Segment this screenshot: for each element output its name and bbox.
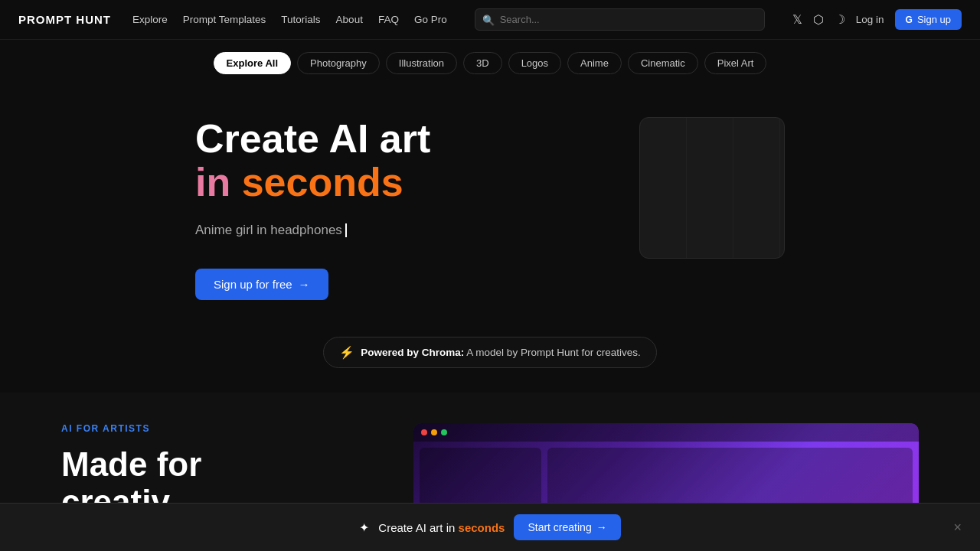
nav-explore[interactable]: Explore <box>132 14 168 25</box>
cat-photography[interactable]: Photography <box>297 52 380 74</box>
bolt-icon: ⚡ <box>339 345 354 360</box>
hero-title-line1: Create AI art <box>195 117 593 161</box>
text-cursor <box>345 223 347 237</box>
hero-seconds-text: seconds <box>242 160 403 204</box>
twitter-icon[interactable]: 𝕏 <box>792 12 802 27</box>
nav-tutorials[interactable]: Tutorials <box>281 14 320 25</box>
search-icon: 🔍 <box>482 14 495 25</box>
powered-bold: Powered by Chroma: <box>361 347 464 358</box>
title-line1: Made for <box>61 446 368 483</box>
login-button[interactable]: Log in <box>856 14 884 25</box>
cat-logos[interactable]: Logos <box>508 52 561 74</box>
main-panel <box>547 448 913 509</box>
cat-illustration[interactable]: Illustration <box>386 52 457 74</box>
hero-cta: Sign up for free → <box>195 269 593 300</box>
nav-gopro[interactable]: Go Pro <box>414 14 447 25</box>
cat-pixel-art[interactable]: Pixel Art <box>704 52 767 74</box>
hero-section: Create AI art in seconds Anime girl in h… <box>0 80 980 331</box>
toast-close-button[interactable]: × <box>953 520 962 536</box>
cat-anime[interactable]: Anime <box>567 52 622 74</box>
category-bar: Explore All Photography Illustration 3D … <box>0 40 980 80</box>
hero-preview-image <box>639 117 785 259</box>
navbar: PROMPT HUNT Explore Prompt Templates Tut… <box>0 0 980 40</box>
toast-seconds: seconds <box>459 521 505 534</box>
section-tag: AI FOR ARTISTS <box>61 423 368 434</box>
powered-banner: ⚡ Powered by Chroma: A model by Prompt H… <box>0 337 980 368</box>
browser-bar <box>413 423 919 442</box>
nav-prompt-templates[interactable]: Prompt Templates <box>183 14 266 25</box>
start-arrow: → <box>596 521 607 533</box>
search-container: 🔍 <box>475 8 765 31</box>
toast-text-before: Create AI art in <box>378 521 458 534</box>
cat-3d[interactable]: 3D <box>463 52 502 74</box>
sidebar-panel <box>420 448 541 509</box>
start-creating-button[interactable]: Start creating → <box>514 514 620 540</box>
start-label: Start creating <box>528 521 591 533</box>
hero-title-line2: in seconds <box>195 161 593 204</box>
hero-content: Create AI art in seconds Anime girl in h… <box>195 117 593 300</box>
search-input[interactable] <box>475 8 765 31</box>
browser-dot-green <box>441 429 447 435</box>
discord-icon[interactable]: ⬡ <box>813 12 824 27</box>
toast-text: Create AI art in seconds <box>378 521 505 534</box>
signup-free-button[interactable]: Sign up for free → <box>195 269 328 300</box>
nav-links: Explore Prompt Templates Tutorials About… <box>132 14 447 25</box>
browser-dot-yellow <box>431 429 437 435</box>
powered-pill[interactable]: ⚡ Powered by Chroma: A model by Prompt H… <box>323 337 656 368</box>
powered-text: Powered by Chroma: A model by Prompt Hun… <box>361 347 640 358</box>
hero-subtitle: Anime girl in headphones <box>195 223 593 238</box>
theme-toggle-icon[interactable]: ☽ <box>835 12 845 27</box>
cat-cinematic[interactable]: Cinematic <box>628 52 698 74</box>
google-icon: G <box>906 15 913 25</box>
nav-about[interactable]: About <box>336 14 363 25</box>
nav-faq[interactable]: FAQ <box>378 14 399 25</box>
toast-spark-icon: ✦ <box>359 520 369 535</box>
second-right-panel <box>413 423 919 515</box>
powered-rest: A model by Prompt Hunt for creatives. <box>466 347 640 358</box>
browser-dot-red <box>421 429 427 435</box>
cat-explore-all[interactable]: Explore All <box>214 52 291 74</box>
logo[interactable]: PROMPT HUNT <box>18 13 111 26</box>
hero-in-text: in <box>195 160 242 204</box>
signup-button[interactable]: G Sign up <box>895 9 962 30</box>
nav-right: 𝕏 ⬡ ☽ Log in G Sign up <box>792 9 962 30</box>
mock-browser <box>413 423 919 515</box>
bottom-toast: ✦ Create AI art in seconds Start creatin… <box>0 503 980 551</box>
